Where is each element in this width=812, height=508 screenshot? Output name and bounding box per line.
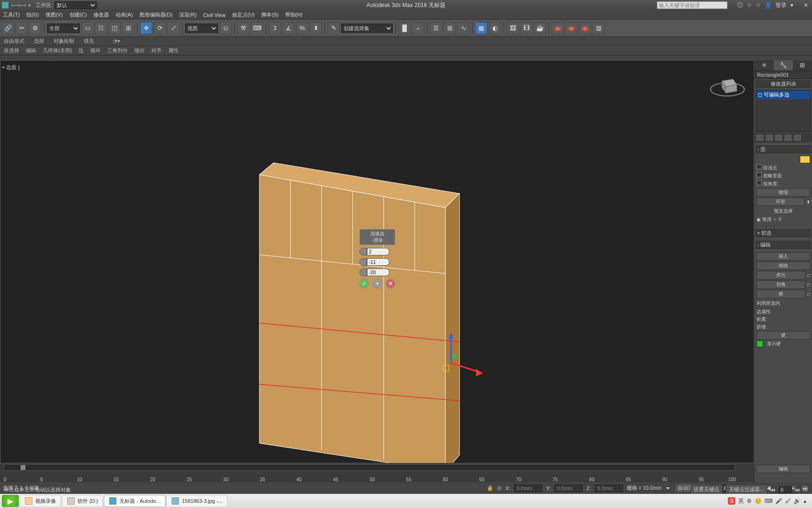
material-icon[interactable]: ◐	[489, 22, 501, 34]
mirror-icon[interactable]: ▐▌	[398, 22, 411, 34]
user-icon[interactable]: 👤	[765, 2, 772, 8]
star-icon[interactable]: ☆	[747, 2, 752, 8]
menu-view[interactable]: 视图(V)	[46, 11, 63, 18]
ime-lang[interactable]: 英	[738, 497, 744, 505]
render-setup-icon[interactable]: 🖼	[507, 22, 519, 34]
tab-modsel[interactable]: 改选择	[4, 47, 19, 54]
x-coord[interactable]: 0.0mm	[514, 484, 542, 492]
tab-populate[interactable]: 填充	[84, 38, 94, 45]
teapot-icon[interactable]: 🫖	[552, 22, 564, 34]
tab-objpaint[interactable]: 对象绘制	[54, 38, 74, 45]
selection-filter-dropdown[interactable]: 全部	[47, 24, 80, 33]
isolate-icon[interactable]: ◎	[497, 485, 502, 491]
curve-editor-icon[interactable]: ∿	[457, 22, 469, 34]
y-coord[interactable]: 0.0mm	[554, 484, 583, 492]
menu-modifiers[interactable]: 修改器	[94, 11, 109, 18]
ref-coord-dropdown[interactable]: 视图	[185, 24, 218, 33]
lock-icon[interactable]: 🔒	[487, 485, 493, 491]
tab-edit[interactable]: 编辑	[26, 47, 36, 54]
tray-icon[interactable]: ⚙	[747, 498, 752, 504]
ignore-back-check[interactable]: 忽略背面	[757, 172, 810, 179]
select-name-icon[interactable]: ☷	[95, 22, 107, 34]
key-prev-icon[interactable]: ⏮	[770, 487, 775, 492]
settings-icon[interactable]: □	[807, 292, 810, 297]
menu-render[interactable]: 渲染(R)	[179, 11, 196, 18]
segments-input[interactable]	[367, 248, 390, 255]
chamfer-button[interactable]: 切角	[757, 280, 805, 289]
link-icon[interactable]: 🔗	[2, 22, 14, 34]
modifier-list-label[interactable]: 修改器列表	[755, 79, 812, 89]
pivot-icon[interactable]: ⊙	[219, 22, 232, 34]
ime-icon[interactable]: S	[728, 497, 735, 505]
show-result-icon[interactable]	[765, 134, 773, 142]
unique-icon[interactable]	[774, 134, 783, 142]
schematic-icon[interactable]: ▦	[475, 22, 487, 34]
time-slider-thumb[interactable]	[20, 465, 26, 470]
rotate-icon[interactable]: ⟳	[154, 22, 166, 34]
child-radio[interactable]: ○ 子	[773, 216, 782, 223]
rollout-edit[interactable]: - 编辑	[755, 240, 812, 250]
tray-icon[interactable]: 🖊	[785, 498, 791, 504]
current-frame[interactable]: 0	[778, 486, 792, 493]
unlink-icon[interactable]: ✂	[16, 22, 28, 34]
object-name-field[interactable]: Rectangle001	[755, 71, 812, 79]
menu-group[interactable]: 组(G)	[26, 11, 39, 18]
pin-icon[interactable]	[756, 134, 764, 142]
viewcube[interactable]	[709, 66, 746, 103]
expand-icon[interactable]: ◔▾	[113, 38, 120, 44]
render-icon[interactable]: ☕	[534, 22, 546, 34]
menu-civil[interactable]: Civil View	[203, 12, 225, 18]
config-icon[interactable]	[793, 134, 802, 142]
help-search-input[interactable]	[657, 1, 727, 9]
by-vertex-check[interactable]: 按顶点	[757, 164, 810, 171]
key-next-icon[interactable]: ⏭	[795, 487, 800, 492]
pinch-input[interactable]	[367, 258, 390, 266]
subobj-indicator[interactable]	[800, 156, 810, 163]
time-ruler[interactable]: 0 5 10 15 20 25 30 35 40 45 50 55 60 65 …	[4, 472, 735, 482]
spinner-snap-icon[interactable]: ⬍	[310, 22, 322, 34]
bind-icon[interactable]: ⚙	[29, 22, 41, 34]
settings-icon[interactable]: □	[807, 282, 810, 287]
menu-script[interactable]: 脚本(S)	[261, 11, 279, 18]
select-icon[interactable]: ▭	[81, 22, 94, 34]
modify-tab-icon[interactable]: 🔧	[774, 60, 793, 71]
teapot-icon[interactable]: 🫖	[565, 22, 578, 34]
tab-edge[interactable]: 边	[78, 47, 84, 54]
time-slider[interactable]	[4, 464, 735, 471]
tab-props[interactable]: 属性	[168, 47, 179, 54]
tab-geom[interactable]: 几何体(全部)	[43, 47, 72, 54]
caddy-ok-button[interactable]: ✓	[359, 279, 369, 288]
menu-help[interactable]: 帮助(H)	[285, 11, 303, 18]
tray-icon[interactable]: ⌨	[765, 498, 773, 504]
tab-loop[interactable]: 循环	[90, 47, 101, 54]
selset-edit-icon[interactable]: ✎	[328, 22, 340, 34]
tab-subdiv[interactable]: 细分	[134, 47, 145, 54]
hard-button[interactable]: 硬	[757, 331, 810, 340]
keyfilter-button[interactable]: 关键点过滤器...	[726, 484, 767, 494]
taskbar-item[interactable]: 视频录像	[20, 495, 61, 507]
by-angle-check[interactable]: 按角度:	[757, 180, 810, 187]
undo-icon[interactable]: ⟻	[11, 2, 18, 8]
tab-selection[interactable]: 选择	[34, 38, 44, 45]
time-config-icon[interactable]: ⏱	[803, 487, 808, 492]
window-crossing-icon[interactable]: ⊞	[122, 22, 134, 34]
dropdown-icon[interactable]: ▾	[26, 2, 33, 8]
menu-create[interactable]: 创建(C)	[70, 11, 87, 18]
start-button[interactable]: ▶	[2, 495, 19, 507]
info-icon[interactable]: ⓘ	[737, 1, 743, 9]
login-text[interactable]: 登录	[775, 1, 787, 9]
menu-graph[interactable]: 图形编辑器(D)	[140, 11, 172, 18]
caddy-cancel-button[interactable]: ✕	[386, 279, 395, 288]
menu-customize[interactable]: 自定义(U)	[232, 11, 255, 18]
caddy-apply-button[interactable]: +	[373, 279, 382, 288]
remove-mod-icon[interactable]	[784, 134, 792, 142]
dropdown-icon[interactable]: ▾	[790, 2, 793, 8]
menu-tools[interactable]: 工具(T)	[3, 11, 20, 18]
taskbar-item[interactable]: 1581863-3.jpg -...	[166, 495, 227, 507]
named-selset-dropdown[interactable]: 创建选择集	[341, 24, 393, 33]
tab-tri[interactable]: 三角剖分	[107, 47, 128, 54]
settings-icon[interactable]: □	[807, 273, 810, 278]
tray-expand-icon[interactable]: ▴	[804, 498, 806, 504]
bridge-button[interactable]: 桥	[757, 290, 805, 298]
angle-snap-icon[interactable]: ∡	[282, 22, 295, 34]
